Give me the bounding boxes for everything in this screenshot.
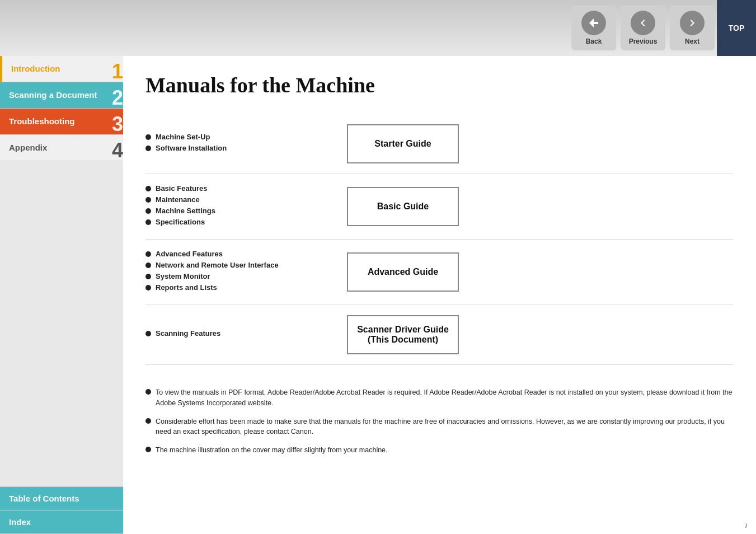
feature-label: Basic Features xyxy=(156,184,208,193)
feature-label: Network and Remote User Interface xyxy=(156,261,279,269)
top-label: TOP xyxy=(729,24,745,32)
feature-item: System Monitor xyxy=(145,272,325,280)
sidebar-number-appendix: 4 xyxy=(112,140,123,161)
feature-bullet xyxy=(145,274,151,279)
sidebar: Introduction 1 Scanning a Document 2 Tro… xyxy=(0,56,123,534)
main-content: Manuals for the Machine Machine Set-UpSo… xyxy=(123,56,756,534)
previous-button[interactable]: Previous xyxy=(621,6,665,50)
feature-bullet xyxy=(145,331,151,336)
page-number: i xyxy=(745,521,747,530)
manual-box-starter[interactable]: Starter Guide xyxy=(347,124,459,163)
feature-label: Reports and Lists xyxy=(156,283,217,292)
back-label: Back xyxy=(586,38,602,45)
top-button[interactable]: TOP xyxy=(717,0,756,56)
sidebar-label-appendix: Appendix xyxy=(9,143,47,152)
manual-features-advanced: Advanced FeaturesNetwork and Remote User… xyxy=(145,250,325,294)
top-bar: Back Previous Next TOP xyxy=(0,0,756,56)
next-icon xyxy=(680,11,705,35)
feature-label: Machine Set-Up xyxy=(156,133,210,141)
feature-label: Machine Settings xyxy=(156,207,215,215)
manuals-grid: Machine Set-UpSoftware InstallationStart… xyxy=(145,114,734,365)
feature-bullet xyxy=(145,251,151,257)
feature-bullet xyxy=(145,208,151,214)
notes-section: To view the manuals in PDF format, Adobe… xyxy=(145,382,734,456)
back-button[interactable]: Back xyxy=(571,6,616,50)
note-bullet xyxy=(145,447,151,452)
manual-box-scanner[interactable]: Scanner Driver Guide(This Document) xyxy=(347,315,459,354)
feature-label: Maintenance xyxy=(156,195,200,204)
sidebar-label-introduction: Introduction xyxy=(11,64,60,73)
feature-item: Basic Features xyxy=(145,184,325,193)
feature-bullet xyxy=(145,197,151,203)
sidebar-label-scanning: Scanning a Document xyxy=(9,90,97,100)
feature-label: Software Installation xyxy=(156,144,227,152)
sidebar-number-troubleshooting: 3 xyxy=(112,114,123,134)
note-text: To view the manuals in PDF format, Adobe… xyxy=(156,387,734,409)
manual-box-advanced[interactable]: Advanced Guide xyxy=(347,252,459,292)
next-label: Next xyxy=(685,38,699,45)
note-text: Considerable effort has been made to mak… xyxy=(156,416,734,438)
manual-row-basic: Basic FeaturesMaintenanceMachine Setting… xyxy=(145,174,734,240)
previous-icon xyxy=(631,11,655,35)
manual-features-starter: Machine Set-UpSoftware Installation xyxy=(145,133,325,155)
sidebar-item-index[interactable]: Index xyxy=(0,510,123,534)
note-item: Considerable effort has been made to mak… xyxy=(145,416,734,438)
manual-row-starter: Machine Set-UpSoftware InstallationStart… xyxy=(145,114,734,174)
feature-label: Advanced Features xyxy=(156,250,223,258)
page-title: Manuals for the Machine xyxy=(145,73,734,97)
manual-row-scanner: Scanning FeaturesScanner Driver Guide(Th… xyxy=(145,305,734,365)
previous-label: Previous xyxy=(629,38,658,45)
manual-features-basic: Basic FeaturesMaintenanceMachine Setting… xyxy=(145,184,325,229)
next-button[interactable]: Next xyxy=(670,6,715,50)
feature-bullet xyxy=(145,186,151,191)
sidebar-number-scanning: 2 xyxy=(112,88,123,108)
manual-features-scanner: Scanning Features xyxy=(145,329,325,340)
sidebar-item-appendix[interactable]: Appendix 4 xyxy=(0,135,123,161)
sidebar-bottom: Table of Contents Index xyxy=(0,486,123,534)
feature-item: Software Installation xyxy=(145,144,325,152)
note-item: To view the manuals in PDF format, Adobe… xyxy=(145,387,734,409)
feature-label: Specifications xyxy=(156,218,205,226)
back-icon xyxy=(581,11,606,35)
feature-bullet xyxy=(145,285,151,291)
sidebar-item-toc[interactable]: Table of Contents xyxy=(0,487,123,510)
note-item: The machine illustration on the cover ma… xyxy=(145,445,734,456)
manual-row-advanced: Advanced FeaturesNetwork and Remote User… xyxy=(145,240,734,305)
nav-buttons: Back Previous Next TOP xyxy=(569,0,756,56)
feature-bullet xyxy=(145,146,151,151)
feature-bullet xyxy=(145,219,151,225)
note-text: The machine illustration on the cover ma… xyxy=(156,445,388,456)
feature-item: Scanning Features xyxy=(145,329,325,338)
note-bullet xyxy=(145,418,151,424)
feature-item: Maintenance xyxy=(145,195,325,204)
sidebar-item-troubleshooting[interactable]: Troubleshooting 3 xyxy=(0,109,123,135)
sidebar-item-scanning[interactable]: Scanning a Document 2 xyxy=(0,82,123,109)
sidebar-label-troubleshooting: Troubleshooting xyxy=(9,116,75,126)
feature-item: Specifications xyxy=(145,218,325,226)
feature-label: Scanning Features xyxy=(156,329,220,338)
feature-item: Network and Remote User Interface xyxy=(145,261,325,269)
note-bullet xyxy=(145,389,151,395)
feature-bullet xyxy=(145,134,151,140)
manual-box-basic[interactable]: Basic Guide xyxy=(347,187,459,226)
feature-item: Machine Settings xyxy=(145,207,325,215)
sidebar-number-introduction: 1 xyxy=(112,62,123,82)
feature-item: Reports and Lists xyxy=(145,283,325,292)
feature-item: Advanced Features xyxy=(145,250,325,258)
feature-item: Machine Set-Up xyxy=(145,133,325,141)
feature-label: System Monitor xyxy=(156,272,210,280)
sidebar-spacer xyxy=(0,161,123,486)
feature-bullet xyxy=(145,263,151,268)
sidebar-item-introduction[interactable]: Introduction 1 xyxy=(0,56,123,82)
